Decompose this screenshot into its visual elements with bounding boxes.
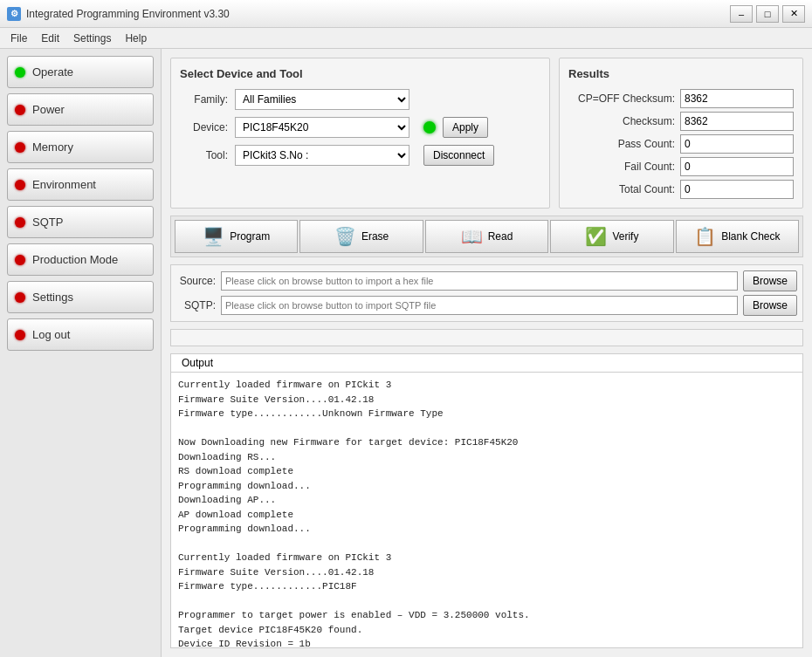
minimize-button[interactable]: –: [730, 5, 753, 23]
read-icon: 📖: [461, 226, 483, 247]
output-section: Output Currently loaded firmware on PICk…: [170, 353, 803, 648]
sidebar: Operate Power Memory Environment SQTP Pr…: [0, 49, 162, 657]
verify-button[interactable]: ✅ Verify: [550, 220, 673, 253]
device-panel: Select Device and Tool Family: All Famil…: [170, 58, 550, 209]
sidebar-item-environment[interactable]: Environment: [7, 168, 154, 201]
top-section: Select Device and Tool Family: All Famil…: [170, 58, 803, 209]
source-row: Source: Browse: [176, 270, 797, 291]
menu-help[interactable]: Help: [118, 31, 154, 46]
family-label: Family:: [180, 93, 228, 106]
read-button[interactable]: 📖 Read: [425, 220, 548, 253]
sidebar-item-operate[interactable]: Operate: [7, 56, 154, 88]
apply-button[interactable]: Apply: [443, 117, 488, 138]
progress-bar: [170, 329, 803, 346]
blank-check-icon: 📋: [694, 226, 716, 247]
family-row: Family: All Families: [180, 89, 540, 110]
source-section: Source: Browse SQTP: Browse: [170, 264, 803, 322]
sidebar-label-log-out: Log out: [32, 328, 70, 341]
apply-area: Apply: [423, 117, 488, 138]
results-panel-title: Results: [568, 67, 794, 80]
disconnect-button[interactable]: Disconnect: [423, 145, 494, 166]
output-tab[interactable]: Output: [170, 353, 803, 372]
memory-status-dot: [15, 142, 25, 153]
menu-file[interactable]: File: [3, 31, 34, 46]
sidebar-label-power: Power: [32, 103, 65, 116]
cp-off-checksum-label: CP=OFF Checksum:: [568, 92, 675, 105]
sqtp-input[interactable]: [221, 296, 738, 315]
logout-status-dot: [15, 330, 25, 340]
sqtp-status-dot: [15, 217, 25, 228]
window-title: Integrated Programming Environment v3.30: [26, 8, 230, 20]
tool-select[interactable]: PICkit3 S.No :: [235, 145, 409, 166]
app-icon: ⚙: [7, 7, 21, 21]
menu-settings[interactable]: Settings: [66, 31, 118, 46]
erase-label: Erase: [361, 230, 389, 243]
settings-status-dot: [15, 292, 25, 303]
content-area: Select Device and Tool Family: All Famil…: [162, 49, 812, 657]
device-row: Device: PIC18F45K20 Apply: [180, 117, 540, 138]
sidebar-item-power[interactable]: Power: [7, 93, 154, 126]
tool-row: Tool: PICkit3 S.No : Disconnect: [180, 145, 540, 166]
checksum-input[interactable]: [680, 112, 794, 131]
verify-icon: ✅: [585, 226, 607, 247]
sidebar-label-operate: Operate: [32, 65, 73, 79]
total-count-input[interactable]: [680, 180, 794, 199]
operate-status-dot: [15, 67, 25, 78]
sidebar-item-memory[interactable]: Memory: [7, 131, 154, 163]
results-panel: Results CP=OFF Checksum: Checksum: Pass …: [559, 58, 803, 209]
erase-icon: 🗑️: [334, 226, 356, 247]
sqtp-label: SQTP:: [176, 299, 216, 311]
sidebar-label-sqtp: SQTP: [32, 216, 63, 229]
erase-button[interactable]: 🗑️ Erase: [299, 220, 423, 253]
main-container: Operate Power Memory Environment SQTP Pr…: [0, 49, 812, 657]
results-grid: CP=OFF Checksum: Checksum: Pass Count: F…: [568, 89, 794, 199]
window-controls: – □ ✕: [730, 5, 805, 23]
environment-status-dot: [15, 180, 25, 190]
sidebar-label-environment: Environment: [32, 178, 96, 191]
blank-check-label: Blank Check: [721, 230, 780, 243]
pass-count-label: Pass Count:: [568, 138, 675, 150]
sidebar-label-settings: Settings: [32, 291, 73, 304]
sidebar-item-settings[interactable]: Settings: [7, 281, 154, 313]
title-bar: ⚙ Integrated Programming Environment v3.…: [0, 0, 812, 28]
fail-count-label: Fail Count:: [568, 161, 675, 173]
sidebar-label-memory: Memory: [32, 140, 73, 154]
pass-count-input[interactable]: [680, 134, 794, 154]
program-button[interactable]: 🖥️ Program: [175, 220, 298, 253]
total-count-label: Total Count:: [568, 183, 675, 195]
device-select[interactable]: PIC18F45K20: [235, 117, 409, 138]
output-content[interactable]: Currently loaded firmware on PICkit 3Fir…: [170, 372, 803, 648]
menu-bar: File Edit Settings Help: [0, 28, 812, 49]
device-label: Device:: [180, 121, 228, 133]
device-panel-title: Select Device and Tool: [180, 67, 540, 80]
sidebar-label-production-mode: Production Mode: [32, 253, 118, 266]
source-input[interactable]: [221, 271, 738, 291]
power-status-dot: [15, 105, 25, 115]
source-label: Source:: [176, 275, 216, 287]
sidebar-item-log-out[interactable]: Log out: [7, 318, 154, 351]
source-browse-button[interactable]: Browse: [743, 270, 797, 291]
menu-edit[interactable]: Edit: [34, 31, 66, 46]
actions-bar: 🖥️ Program 🗑️ Erase 📖 Read ✅ Verify 📋 Bl…: [170, 216, 803, 257]
close-button[interactable]: ✕: [782, 5, 805, 23]
family-select[interactable]: All Families: [235, 89, 409, 110]
maximize-button[interactable]: □: [756, 5, 779, 23]
read-label: Read: [488, 230, 513, 243]
program-icon: 🖥️: [203, 226, 224, 247]
sidebar-item-sqtp[interactable]: SQTP: [7, 206, 154, 238]
blank-check-button[interactable]: 📋 Blank Check: [676, 220, 799, 253]
tool-label: Tool:: [180, 149, 228, 161]
sqtp-browse-button[interactable]: Browse: [743, 295, 797, 316]
verify-label: Verify: [612, 230, 638, 243]
fail-count-input[interactable]: [680, 157, 794, 176]
checksum-label: Checksum:: [568, 115, 675, 127]
cp-off-checksum-input[interactable]: [680, 89, 794, 108]
production-status-dot: [15, 255, 25, 265]
program-label: Program: [230, 230, 270, 243]
connection-status-dot: [423, 121, 436, 133]
sidebar-item-production-mode[interactable]: Production Mode: [7, 243, 154, 276]
sqtp-row: SQTP: Browse: [176, 295, 797, 316]
